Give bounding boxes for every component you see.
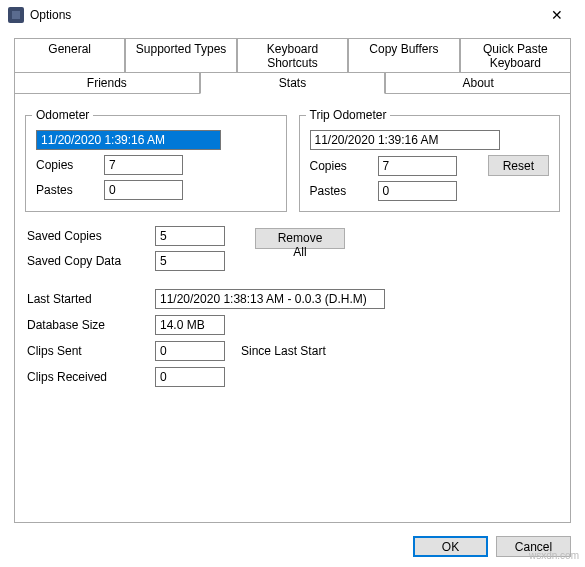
saved-copies-label: Saved Copies — [27, 229, 147, 243]
tab-about[interactable]: About — [385, 72, 571, 93]
trip-pastes-label: Pastes — [310, 184, 370, 198]
close-button[interactable]: ✕ — [537, 1, 577, 29]
saved-copies[interactable]: 5 — [155, 226, 225, 246]
trip-odometer-group: Trip Odometer 11/20/2020 1:39:16 AM Copi… — [299, 108, 561, 212]
ok-button[interactable]: OK — [413, 536, 488, 557]
trip-copies-label: Copies — [310, 159, 370, 173]
clips-sent[interactable]: 0 — [155, 341, 225, 361]
tab-stats[interactable]: Stats — [200, 72, 386, 94]
app-icon — [8, 7, 24, 23]
trip-pastes[interactable]: 0 — [378, 181, 457, 201]
clips-received-label: Clips Received — [27, 370, 147, 384]
odometer-date[interactable]: 11/20/2020 1:39:16 AM — [36, 130, 221, 150]
tab-supported-types[interactable]: Supported Types — [125, 38, 236, 73]
remove-all-button[interactable]: Remove All — [255, 228, 345, 249]
odometer-pastes-label: Pastes — [36, 183, 96, 197]
clips-received[interactable]: 0 — [155, 367, 225, 387]
odometer-pastes[interactable]: 0 — [104, 180, 183, 200]
odometer-copies-label: Copies — [36, 158, 96, 172]
tab-copy-buffers[interactable]: Copy Buffers — [348, 38, 459, 73]
since-label: Since Last Start — [241, 344, 326, 358]
db-size[interactable]: 14.0 MB — [155, 315, 225, 335]
odometer-legend: Odometer — [32, 108, 93, 122]
odometer-copies[interactable]: 7 — [104, 155, 183, 175]
tabs: General Supported Types Keyboard Shortcu… — [14, 38, 571, 523]
tab-keyboard-shortcuts[interactable]: Keyboard Shortcuts — [237, 38, 348, 73]
dialog-footer: OK Cancel — [413, 536, 571, 557]
titlebar: Options ✕ — [0, 0, 585, 30]
tab-quick-paste-keyboard[interactable]: Quick Paste Keyboard — [460, 38, 571, 73]
window-title: Options — [30, 8, 537, 22]
tab-general[interactable]: General — [14, 38, 125, 73]
db-size-label: Database Size — [27, 318, 147, 332]
odometer-group: Odometer 11/20/2020 1:39:16 AM Copies 7 … — [25, 108, 287, 212]
tab-friends[interactable]: Friends — [14, 72, 200, 93]
last-started[interactable]: 11/20/2020 1:38:13 AM - 0.0.3 (D.H.M) — [155, 289, 385, 309]
saved-copy-data-label: Saved Copy Data — [27, 254, 147, 268]
trip-copies[interactable]: 7 — [378, 156, 457, 176]
tab-panel-stats: Odometer 11/20/2020 1:39:16 AM Copies 7 … — [14, 93, 571, 523]
cancel-button[interactable]: Cancel — [496, 536, 571, 557]
clips-sent-label: Clips Sent — [27, 344, 147, 358]
reset-button[interactable]: Reset — [488, 155, 549, 176]
last-started-label: Last Started — [27, 292, 147, 306]
saved-copy-data[interactable]: 5 — [155, 251, 225, 271]
trip-date[interactable]: 11/20/2020 1:39:16 AM — [310, 130, 500, 150]
trip-legend: Trip Odometer — [306, 108, 391, 122]
